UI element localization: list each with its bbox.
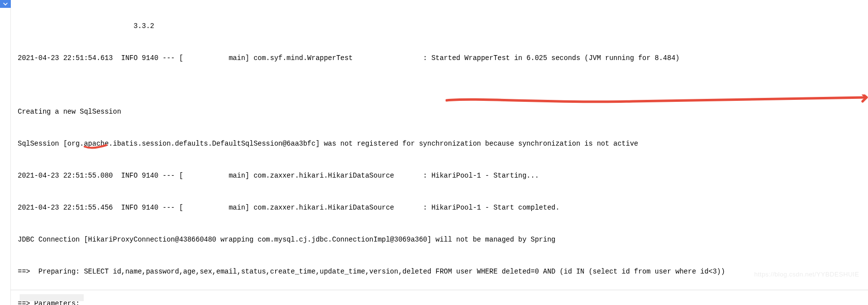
log-line: 2021-04-23 22:51:55.456 INFO 9140 --- [ … bbox=[18, 203, 868, 214]
console-output[interactable]: 3.3.2 2021-04-23 22:51:54.613 INFO 9140 … bbox=[18, 0, 868, 305]
log-line: 3.3.2 bbox=[18, 21, 868, 32]
log-line: ==> Parameters: bbox=[18, 299, 868, 305]
watermark: https://blog.csdn.net/YYBDESHUIE bbox=[754, 270, 859, 279]
separator bbox=[11, 290, 868, 290]
collapse-toggle[interactable] bbox=[0, 0, 11, 8]
log-line: 2021-04-23 22:51:54.613 INFO 9140 --- [ … bbox=[18, 53, 868, 64]
log-line: ==> Preparing: SELECT id,name,password,a… bbox=[18, 267, 868, 277]
chevron-down-icon bbox=[3, 1, 8, 6]
gutter bbox=[0, 0, 11, 305]
bottom-bar bbox=[20, 294, 84, 301]
log-line: Creating a new SqlSession bbox=[18, 107, 868, 118]
log-line: SqlSession [org.apache.ibatis.session.de… bbox=[18, 139, 868, 150]
log-line: 2021-04-23 22:51:55.080 INFO 9140 --- [ … bbox=[18, 171, 868, 182]
log-line: JDBC Connection [HikariProxyConnection@4… bbox=[18, 235, 868, 245]
